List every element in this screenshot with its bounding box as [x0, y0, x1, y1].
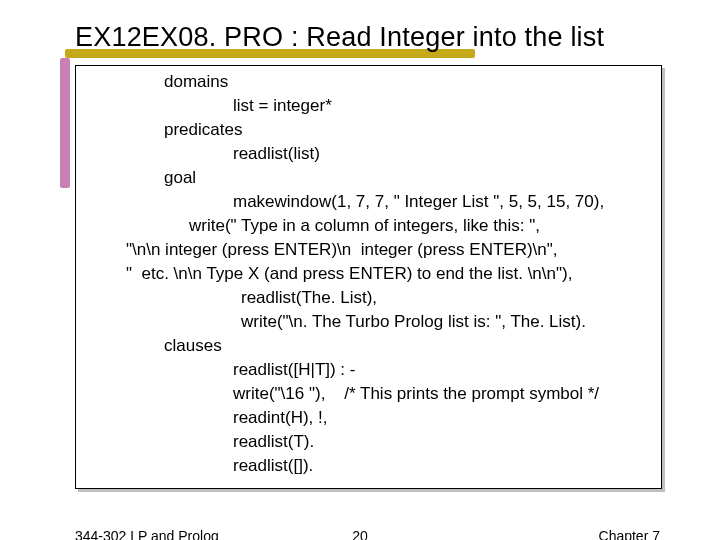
code-line: readlist(T).: [233, 432, 314, 452]
code-line: write("\16 "), /* This prints the prompt…: [233, 384, 599, 404]
code-line: readlist([]).: [233, 456, 313, 476]
code-line: goal: [164, 168, 196, 188]
code-box: domains list = integer* predicates readl…: [75, 65, 662, 489]
highlight-side: [60, 58, 70, 188]
code-line: readint(H), !,: [233, 408, 327, 428]
footer-chapter: Chapter 7: [599, 528, 660, 540]
code-line: write(" Type in a column of integers, li…: [189, 216, 540, 236]
code-line: domains: [164, 72, 228, 92]
code-line: clauses: [164, 336, 222, 356]
code-line: readlist([H|T]) : -: [233, 360, 355, 380]
code-line: makewindow(1, 7, 7, " Integer List ", 5,…: [233, 192, 604, 212]
code-line: readlist(The. List),: [241, 288, 377, 308]
code-line: readlist(list): [233, 144, 320, 164]
code-line: " etc. \n\n Type X (and press ENTER) to …: [126, 264, 572, 284]
code-line: list = integer*: [233, 96, 332, 116]
code-line: write("\n. The Turbo Prolog list is: ", …: [241, 312, 586, 332]
code-line: predicates: [164, 120, 242, 140]
page-title: EX12EX08. PRO : Read Integer into the li…: [75, 22, 604, 53]
code-line: "\n\n integer (press ENTER)\n integer (p…: [126, 240, 558, 260]
